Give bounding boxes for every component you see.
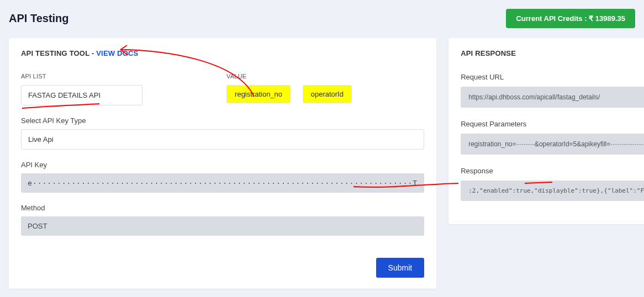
api-list-input[interactable] xyxy=(21,85,142,105)
key-type-select[interactable]: Live Api xyxy=(21,129,424,150)
header: API Testing Current API Credits : ₹ 1398… xyxy=(9,9,635,28)
page-title: API Testing xyxy=(9,12,69,25)
card-title-right: API RESPONSE xyxy=(461,49,644,57)
key-type-value: Live Api xyxy=(28,135,54,144)
card-title-sep: - xyxy=(89,49,96,57)
card-title-prefix: API TESTING TOOL xyxy=(21,49,89,57)
view-docs-link[interactable]: VIEW DOCS xyxy=(96,49,138,57)
credits-badge: Current API Credits : ₹ 13989.35 xyxy=(506,9,635,28)
method-label: Method xyxy=(21,204,424,212)
value-label: VALUE xyxy=(226,73,424,79)
api-response-card: API RESPONSE Request URL https://api.dhb… xyxy=(448,38,644,224)
request-params-label: Request Parameters xyxy=(461,120,644,128)
request-url-label: Request URL xyxy=(461,73,644,81)
value-chip-operatorid[interactable]: operatorId xyxy=(303,85,352,103)
request-params-box: registration_no=··········&operatorId=5&… xyxy=(461,134,644,155)
method-box: POST xyxy=(21,216,424,236)
request-url-box: https://api.dhboss.com/apicall/fastag_de… xyxy=(461,87,644,108)
api-testing-tool-card: API TESTING TOOL - VIEW DOCS API LIST VA… xyxy=(9,38,436,289)
submit-button[interactable]: Submit xyxy=(376,258,425,278)
response-label: Response xyxy=(461,167,644,175)
api-list-label: API LIST xyxy=(21,73,219,79)
api-key-box: e·······································… xyxy=(21,173,424,193)
api-key-label: API Key xyxy=(21,161,424,169)
response-box: :2,"enabled":true,"displayble":true},{"l… xyxy=(461,181,644,201)
value-chip-registration-no[interactable]: registration_no xyxy=(226,85,291,103)
card-title-left: API TESTING TOOL - VIEW DOCS xyxy=(21,49,424,57)
key-type-label: Select API Key Type xyxy=(21,116,424,125)
